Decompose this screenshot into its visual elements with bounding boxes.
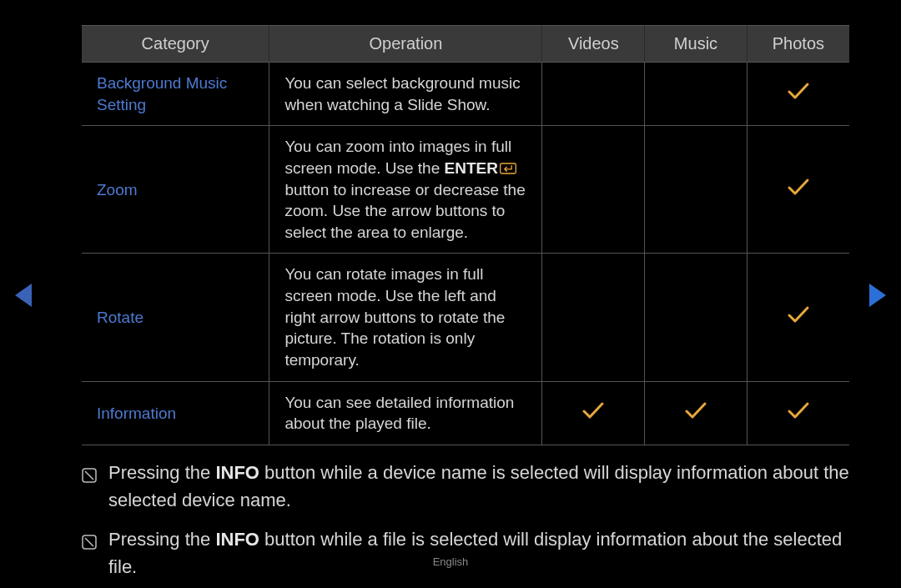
operation-cell: You can select background music when wat… [269, 63, 542, 126]
manual-page: Category Operation Videos Music Photos B… [82, 25, 849, 588]
svg-line-2 [85, 471, 93, 480]
table-row: ZoomYou can zoom into images in full scr… [82, 126, 849, 254]
note-text: Pressing the INFO button while a device … [108, 459, 849, 514]
videos-cell [542, 254, 645, 381]
table-row: Background Music SettingYou can select b… [82, 63, 849, 126]
check-icon [581, 401, 605, 422]
videos-cell [542, 63, 645, 126]
note-icon [82, 530, 97, 557]
check-icon [787, 401, 810, 422]
operation-cell: You can zoom into images in full screen … [269, 126, 542, 254]
music-cell [645, 254, 747, 381]
music-cell [645, 381, 747, 445]
category-cell: Rotate [82, 254, 269, 381]
check-icon [787, 82, 810, 103]
check-icon [787, 178, 810, 199]
photos-cell [747, 63, 849, 126]
info-label: INFO [215, 529, 259, 550]
enter-icon [498, 159, 516, 177]
category-cell: Information [82, 381, 269, 445]
prev-page-arrow[interactable] [15, 284, 32, 307]
svg-rect-0 [501, 163, 516, 173]
note-icon [82, 463, 97, 490]
note-item: Pressing the INFO button while a device … [82, 459, 849, 514]
svg-line-4 [85, 538, 93, 546]
category-cell: Background Music Setting [82, 63, 269, 126]
header-videos: Videos [542, 26, 645, 63]
header-operation: Operation [269, 26, 542, 63]
note-item: Pressing the INFO button while a file is… [82, 525, 849, 580]
photos-cell [747, 126, 849, 254]
header-photos: Photos [747, 26, 849, 63]
category-cell: Zoom [82, 126, 269, 254]
info-label: INFO [215, 462, 259, 483]
note-text: Pressing the INFO button while a file is… [108, 525, 849, 580]
check-icon [787, 305, 810, 326]
enter-label: ENTER [445, 159, 498, 177]
footer-language: English [0, 555, 901, 568]
operation-cell: You can see detailed information about t… [269, 381, 542, 445]
music-cell [645, 63, 747, 126]
operation-cell: You can rotate images in full screen mod… [269, 254, 542, 381]
next-page-arrow[interactable] [869, 284, 886, 307]
photos-cell [747, 381, 849, 445]
header-category: Category [82, 26, 269, 63]
check-icon [684, 401, 707, 422]
table-row: InformationYou can see detailed informat… [82, 381, 849, 445]
feature-table: Category Operation Videos Music Photos B… [82, 25, 849, 445]
videos-cell [542, 126, 645, 254]
photos-cell [747, 254, 849, 381]
header-music: Music [645, 26, 747, 63]
videos-cell [542, 381, 645, 445]
table-row: RotateYou can rotate images in full scre… [82, 254, 849, 381]
music-cell [645, 126, 747, 254]
